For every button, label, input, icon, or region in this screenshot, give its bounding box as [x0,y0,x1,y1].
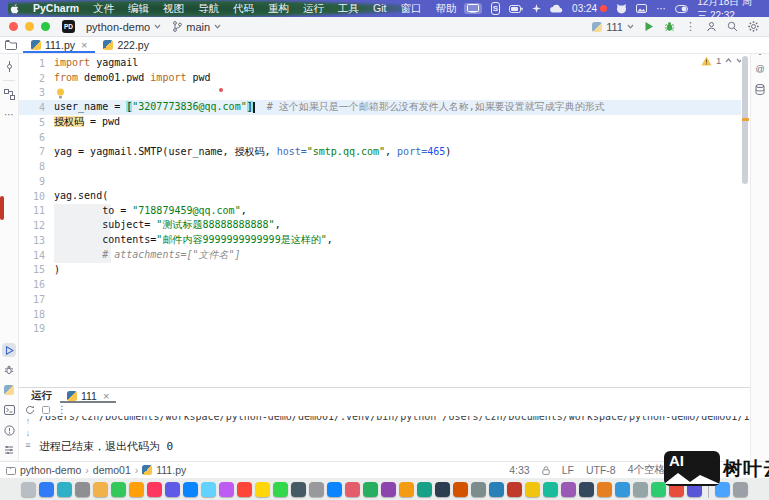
dock-icon-11[interactable] [219,482,234,497]
project-widget[interactable]: python-demo [80,21,167,33]
close-window-button[interactable] [9,22,18,31]
control-center-icon[interactable] [532,4,541,13]
breadcrumb-item-python-demo[interactable]: python-demo [20,464,81,476]
code-line-1[interactable]: 1import yagmail [19,56,741,71]
dock-icon-22[interactable] [417,482,432,497]
dock-icon-14[interactable] [273,482,288,497]
dock-icon-26[interactable] [489,482,504,497]
code-line-17[interactable]: 17 [19,292,741,307]
search-everywhere-button[interactable] [727,21,738,32]
dock-icon-18[interactable] [345,482,360,497]
dock-icon-17[interactable] [327,482,342,497]
dock-icon-7[interactable] [147,482,162,497]
apple-menu-icon[interactable] [10,3,20,15]
menu-item-重构[interactable]: 重构 [261,2,296,16]
switch-control-icon[interactable] [675,5,688,13]
menu-item-Git[interactable]: Git [366,2,393,16]
dock-icon-34[interactable] [633,482,648,497]
dock-icon-1[interactable] [39,482,54,497]
dock-icon-23[interactable] [435,482,450,497]
more-tool-windows-button[interactable]: ⋯ [2,107,16,121]
battery-icon[interactable] [509,5,523,13]
line-separator[interactable]: LF [562,464,574,476]
tab-222.py[interactable]: 222.py [95,36,157,53]
code-line-7[interactable]: 7yag = yagmail.SMTP(user_name, 授权码, host… [19,145,741,160]
file-encoding[interactable]: UTF-8 [586,464,616,476]
commit-tool-button[interactable] [2,59,16,73]
menu-item-帮助[interactable]: 帮助 [429,2,464,16]
minimize-window-button[interactable] [25,22,34,31]
terminal-tool-button[interactable] [2,403,16,417]
run-console[interactable]: /Users/czh/Documents/workspace/python-de… [39,416,763,462]
run-button[interactable] [644,21,654,32]
settings-button[interactable] [748,21,759,32]
breadcrumb-item-demo01[interactable]: demo01 [93,464,131,476]
cloud-icon[interactable] [550,4,563,13]
dock-icon-20[interactable] [381,482,396,497]
menu-item-PyCharm[interactable]: PyCharm [26,2,86,16]
s-app-icon[interactable]: S [491,2,501,15]
dock-icon-15[interactable] [291,482,306,497]
dock-icon-33[interactable] [615,482,630,497]
tab-111.py[interactable]: 111.py× [23,36,95,53]
dock-icon-9[interactable] [183,482,198,497]
dock-icon-5[interactable] [111,482,126,497]
code-line-2[interactable]: 2from demo01.pwd import pwd [19,71,741,86]
dock-icon-12[interactable] [237,482,252,497]
menu-item-文件[interactable]: 文件 [86,2,121,16]
close-run-tab-icon[interactable]: × [103,390,109,402]
menu-item-窗口[interactable]: 窗口 [394,2,429,16]
inspections-widget[interactable]: 1 [701,55,741,66]
code-line-14[interactable]: 14 # attachments=["文件名"] [19,248,741,263]
debug-button[interactable] [664,21,675,32]
rerun-button[interactable] [25,405,35,415]
dock-icon-13[interactable] [255,482,270,497]
cat-app-icon[interactable] [616,4,627,14]
ai-assistant-button[interactable]: @ [753,62,767,76]
dock-icon-31[interactable] [579,482,594,497]
menubar-datetime[interactable]: 12月18日 周三 22:32 [697,0,761,23]
scroll-up-button[interactable]: ↑ [26,416,31,426]
python-console-button[interactable] [2,383,16,397]
services-tool-button[interactable] [2,443,16,457]
dock-icon-28[interactable] [525,482,540,497]
chevron-up-icon[interactable] [725,58,732,63]
code-line-8[interactable]: 8 [19,159,741,174]
menu-item-工具[interactable]: 工具 [331,2,366,16]
dock-icon-30[interactable] [561,482,576,497]
dock-icon-24[interactable] [453,482,468,497]
structure-tool-button[interactable] [2,87,16,101]
dock-icon-21[interactable] [399,482,414,497]
menu-item-代码[interactable]: 代码 [226,2,261,16]
menu-item-编辑[interactable]: 编辑 [121,2,156,16]
dock-icon-3[interactable] [75,482,90,497]
zoom-window-button[interactable] [41,22,50,31]
chevron-down-icon[interactable] [736,58,741,63]
code-line-18[interactable]: 18 [19,307,741,322]
run-more-options-button[interactable]: ⋮ [57,404,67,415]
dock-icon-8[interactable] [165,482,180,497]
profile-button[interactable] [706,21,717,32]
dock-icon-4[interactable] [93,482,108,497]
run-tab-111[interactable]: 111 × [60,388,116,403]
dock-icon-32[interactable] [597,482,612,497]
code-line-13[interactable]: 13 contents="邮件内容9999999999999是这样的", [19,233,741,248]
lightbulb-icon[interactable] [56,88,741,100]
dock-icon-0[interactable] [21,482,36,497]
dock-icon-16[interactable] [309,482,324,497]
soft-wrap-button[interactable]: ≡ [25,440,30,450]
breadcrumb-item-111.py[interactable]: 111.py [156,464,186,476]
code-line-15[interactable]: 15) [19,263,741,278]
menu-item-运行[interactable]: 运行 [296,2,331,16]
stop-button[interactable] [42,406,50,414]
dock-icon-19[interactable] [363,482,378,497]
photos-app-icon[interactable] [636,4,647,13]
code-editor[interactable]: 1import yagmail2from demo01.pwd import p… [19,53,741,387]
dock-icon-25[interactable] [471,482,486,497]
menu-item-导航[interactable]: 导航 [191,2,226,16]
run-panel-title[interactable]: 运行 [25,389,58,403]
code-line-10[interactable]: 10yag.send( [19,189,741,204]
database-tool-button[interactable] [753,82,767,96]
code-line-9[interactable]: 9 [19,174,741,189]
project-icon[interactable]: PD [62,20,75,33]
